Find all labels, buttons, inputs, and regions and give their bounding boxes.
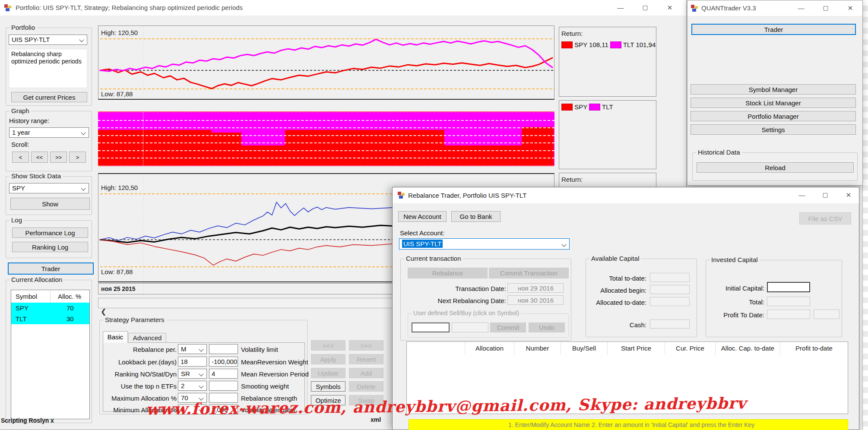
commit-transaction-button[interactable]: Commit Transaction (489, 268, 569, 278)
min-allocation-combo[interactable]: 0 (178, 405, 207, 414)
go-to-bank-button[interactable]: Go to Bank (451, 211, 501, 222)
allocation-red-segment (241, 145, 285, 165)
userdef-undo-button[interactable]: Undo (529, 322, 565, 332)
add-button[interactable]: Add (349, 368, 383, 378)
close-icon[interactable]: ✕ (839, 187, 858, 202)
total-to-date-value (650, 273, 690, 282)
chevron-down-icon (199, 395, 203, 400)
page-right-button[interactable]: >>> (349, 340, 383, 351)
volatility-attenuator-input[interactable]: 2,000 (209, 405, 238, 414)
quant-window-title: QUANTtrader V3.3 (701, 4, 756, 12)
total-value (767, 297, 810, 306)
volatility-limit-input[interactable] (209, 344, 238, 354)
rebalance-strength-input[interactable] (209, 393, 238, 403)
chevron-down-icon (199, 383, 203, 388)
settings-button[interactable]: Settings (691, 124, 856, 135)
top-chart-canvas (98, 26, 554, 98)
top-chart: High: 120,50 Low: 87,88 (98, 25, 554, 100)
status-xml: xml (371, 416, 381, 423)
col-cur-price[interactable]: Cur. Price (665, 342, 716, 355)
max-allocation-combo[interactable]: 70 (178, 393, 207, 403)
dialog-title: Rebalance Trader, Portfolio UIS SPY-TLT (408, 192, 526, 199)
transaction-date-label: Transaction Date: (427, 285, 506, 292)
bottom-chart-high-label: High: 120,50 (101, 184, 138, 191)
file-as-csv-button[interactable]: File as CSV (799, 212, 851, 224)
allocation-gridline (98, 142, 554, 143)
optimize-button[interactable]: Optimize (311, 395, 345, 405)
top-n-etfs-combo[interactable]: 2 (178, 381, 207, 391)
minimize-icon[interactable]: — (791, 0, 811, 16)
allocation-row-spy[interactable]: SPY 70 (11, 303, 89, 313)
symbol-manager-button[interactable]: Symbol Manager (691, 84, 856, 95)
allocation-table: Symbol Alloc. % SPY 70 TLT 30 (11, 290, 90, 419)
userdef-symbol-input[interactable] (412, 322, 450, 332)
allocation-col-alloc[interactable]: Alloc. % (58, 293, 81, 300)
close-icon[interactable]: ✕ (660, 0, 680, 15)
show-button[interactable]: Show (10, 198, 90, 210)
col-buysell[interactable]: Buy/Sell (561, 342, 608, 355)
tab-basic[interactable]: Basic (103, 331, 128, 343)
stock-list-manager-button[interactable]: Stock List Manager (691, 98, 856, 108)
revert-button[interactable]: Revert (349, 354, 383, 364)
rebalance-per-combo[interactable]: M (178, 344, 207, 354)
maximize-icon[interactable]: ▢ (815, 187, 835, 202)
close-icon[interactable]: ✕ (840, 0, 860, 16)
col-profit[interactable]: Profit to-date (780, 342, 848, 355)
col-symbol[interactable] (407, 342, 465, 355)
collapse-chevron-icon[interactable]: ❮ (101, 307, 106, 316)
tab-advanced[interactable]: Advanced (128, 333, 166, 343)
current-transaction-group: Current transaction Rebalance Commit Tra… (400, 259, 571, 341)
maximize-icon[interactable]: ▢ (816, 0, 836, 16)
log-group: Log Performance Log Ranking Log (6, 220, 92, 258)
param-label: Minimum Allocation % (103, 406, 177, 414)
quant-trader-button[interactable]: Trader (691, 24, 856, 35)
account-combo[interactable]: UIS SPY-TLT (399, 238, 570, 250)
stock-combo[interactable]: SPY (9, 183, 89, 193)
scroll-fast-left-button[interactable]: << (31, 152, 48, 163)
scroll-right-button[interactable]: > (69, 152, 86, 163)
main-titlebar: Portfolio: UIS SPY-TLT, Strategy; Rebala… (0, 0, 686, 16)
portfolio-combo[interactable]: UIS SPY-TLT (9, 35, 87, 45)
update-button[interactable]: Update (311, 368, 345, 378)
minimize-icon[interactable]: — (611, 0, 630, 15)
ranking-combo[interactable]: SR (178, 369, 207, 379)
minimize-icon[interactable]: — (792, 187, 812, 202)
page-left-button[interactable]: <<< (311, 340, 345, 351)
ranking-log-button[interactable]: Ranking Log (12, 242, 88, 252)
performance-log-button[interactable]: Performance Log (12, 228, 88, 238)
smoothing-weight-input[interactable] (209, 381, 238, 391)
current-allocation-label: Current Allocation (10, 276, 64, 283)
trader-button[interactable]: Trader (8, 262, 94, 275)
portfolio-manager-button[interactable]: Portfolio Manager (691, 111, 856, 121)
col-allocation[interactable]: Allocation (465, 342, 514, 355)
initial-capital-input[interactable] (767, 282, 810, 292)
scroll-fast-right-button[interactable]: >> (50, 152, 67, 163)
rebalance-button[interactable]: Rebalance (408, 268, 488, 278)
swap-button[interactable]: Swap (349, 395, 383, 405)
chevron-down-icon (81, 186, 86, 190)
dialog-titlebar: Rebalance Trader, Portfolio UIS SPY-TLT … (393, 187, 859, 204)
history-range-combo[interactable]: 1 year (9, 127, 89, 138)
delete-button[interactable]: Delete (349, 381, 383, 392)
allocated-begin-label: Allocated begin: (586, 287, 646, 294)
maximize-icon[interactable]: ▢ (635, 0, 655, 15)
col-start-price[interactable]: Start Price (608, 342, 665, 355)
col-number[interactable]: Number (514, 342, 561, 355)
allocation-col-symbol[interactable]: Symbol (16, 293, 37, 300)
meanreversion-weight-input[interactable]: -100,000 (209, 357, 238, 367)
userdef-commit-button[interactable]: Commit (490, 322, 526, 332)
userdef-amount-input[interactable] (452, 322, 488, 332)
get-current-prices-button[interactable]: Get current Prices (11, 92, 87, 102)
new-account-button[interactable]: New Account (398, 211, 447, 222)
reload-button[interactable]: Reload (697, 162, 854, 173)
col-alloc-cap[interactable]: Alloc. Cap. to-date (716, 342, 780, 355)
scroll-left-button[interactable]: < (12, 152, 29, 163)
symbols-button[interactable]: Symbols (311, 381, 345, 392)
available-capital-label: Available Capital (589, 255, 641, 262)
rebalance-dialog: Rebalance Trader, Portfolio UIS SPY-TLT … (392, 187, 859, 430)
lookback-input[interactable]: 18 (178, 357, 207, 367)
mean-reversion-period-input[interactable]: 4 (209, 369, 238, 379)
allocation-gridline (98, 158, 554, 158)
apply-button[interactable]: Apply (311, 354, 345, 364)
allocation-row-tlt[interactable]: TLT 30 (11, 313, 89, 324)
